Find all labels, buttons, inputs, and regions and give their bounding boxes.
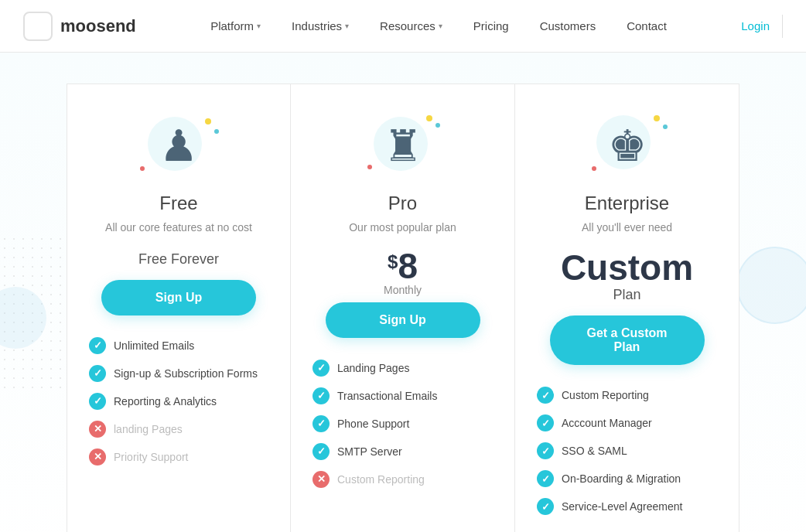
nav-divider xyxy=(782,15,783,38)
logo-icon: 🐮 xyxy=(23,12,53,41)
rook-dot-teal xyxy=(435,123,440,128)
check-icon: ✓ xyxy=(312,387,330,404)
check-icon: ✓ xyxy=(537,470,554,487)
nav-right: Login xyxy=(741,15,783,38)
brand-name: moosend xyxy=(60,16,136,36)
pro-price-area: $8 Monthly xyxy=(384,248,422,296)
list-item: ✓ Phone Support xyxy=(312,415,493,432)
svg-rect-0 xyxy=(27,15,49,37)
list-item: ✓ Landing Pages xyxy=(312,360,493,377)
x-icon: ✕ xyxy=(89,421,106,438)
rook-bg xyxy=(374,117,428,171)
king-dot-yellow xyxy=(654,115,660,121)
list-item: ✓ Service-Level Agreement xyxy=(537,498,717,515)
free-plan-label: Free Forever xyxy=(138,251,219,268)
pro-price: $8 xyxy=(384,248,422,284)
check-icon: ✓ xyxy=(537,442,554,459)
list-item: ✓ Transactional Emails xyxy=(312,387,493,404)
x-icon: ✕ xyxy=(89,448,106,466)
enterprise-custom-sub: Plan xyxy=(561,287,693,303)
list-item: ✓ Unlimited Emails xyxy=(89,337,268,354)
enterprise-plan-name: Enterprise xyxy=(585,193,669,214)
logo-link[interactable]: 🐮 moosend xyxy=(23,12,136,41)
nav-platform[interactable]: Platform ▾ xyxy=(196,13,275,39)
enterprise-price-area: Custom Plan xyxy=(561,248,693,310)
list-item: ✓ On-Boarding & Migration xyxy=(537,470,717,487)
x-icon: ✕ xyxy=(312,471,330,488)
nav-pricing[interactable]: Pricing xyxy=(459,13,523,39)
pawn-dot-yellow xyxy=(205,118,211,124)
free-plan-name: Free xyxy=(159,193,197,214)
deco-circle-left xyxy=(0,287,46,349)
check-icon: ✓ xyxy=(537,498,554,515)
nav-contact[interactable]: Contact xyxy=(613,13,681,39)
pro-features-list: ✓ Landing Pages ✓ Transactional Emails ✓… xyxy=(312,360,493,488)
plan-card-free: ♟ Free All our core features at no cost … xyxy=(67,84,291,532)
free-features-list: ✓ Unlimited Emails ✓ Sign-up & Subscript… xyxy=(89,337,268,466)
enterprise-icon-area: ♚ xyxy=(581,107,674,185)
list-item: ✕ Priority Support xyxy=(89,448,268,466)
navbar: 🐮 moosend Platform ▾ Industries ▾ Resour… xyxy=(0,0,806,53)
check-icon: ✓ xyxy=(89,365,106,382)
enterprise-custom-button[interactable]: Get a Custom Plan xyxy=(550,315,705,365)
industries-arrow: ▾ xyxy=(345,22,349,30)
nav-industries[interactable]: Industries ▾ xyxy=(278,13,363,39)
pro-price-symbol: $ xyxy=(388,253,398,271)
check-icon: ✓ xyxy=(89,393,106,410)
check-icon: ✓ xyxy=(312,415,330,432)
list-item: ✕ Custom Reporting xyxy=(312,471,493,488)
king-dot-red xyxy=(592,166,596,171)
nav-resources[interactable]: Resources ▾ xyxy=(366,13,456,39)
list-item: ✓ Sign-up & Subscription Forms xyxy=(89,365,268,382)
login-link[interactable]: Login xyxy=(741,19,770,32)
pro-signup-button[interactable]: Sign Up xyxy=(326,302,480,338)
list-item: ✓ Acccount Manager xyxy=(537,414,717,431)
enterprise-features-list: ✓ Custom Reporting ✓ Acccount Manager ✓ … xyxy=(537,387,717,515)
pro-plan-tagline: Our most popular plan xyxy=(349,220,456,236)
pawn-bg xyxy=(148,117,202,171)
pawn-dot-red xyxy=(140,166,145,171)
plan-card-pro: ♜ Pro Our most popular plan $8 Monthly S… xyxy=(291,84,515,532)
list-item: ✓ SMTP Server xyxy=(312,443,493,460)
platform-arrow: ▾ xyxy=(257,22,261,30)
check-icon: ✓ xyxy=(312,443,330,460)
list-item: ✓ Custom Reporting xyxy=(537,387,717,404)
free-signup-button[interactable]: Sign Up xyxy=(101,280,256,315)
list-item: ✓ SSO & SAML xyxy=(537,442,717,459)
check-icon: ✓ xyxy=(89,337,106,354)
deco-circle-right xyxy=(736,247,806,324)
list-item: ✓ Reporting & Analytics xyxy=(89,393,268,410)
king-bg xyxy=(596,115,651,169)
king-dot-teal xyxy=(663,124,668,129)
rook-dot-red xyxy=(367,165,372,169)
pawn-dot-teal xyxy=(214,129,219,134)
pro-plan-name: Pro xyxy=(388,193,417,214)
free-icon-area: ♟ xyxy=(132,107,225,185)
free-plan-tagline: All our core features at no cost xyxy=(105,220,252,236)
pro-price-period: Monthly xyxy=(384,284,422,296)
resources-arrow: ▾ xyxy=(439,22,442,30)
enterprise-plan-tagline: All you'll ever need xyxy=(582,220,672,236)
check-icon: ✓ xyxy=(537,414,554,431)
nav-links: Platform ▾ Industries ▾ Resources ▾ Pric… xyxy=(196,13,681,39)
plan-card-enterprise: ♚ Enterprise All you'll ever need Custom… xyxy=(515,84,739,532)
enterprise-custom-label: Custom xyxy=(561,248,693,288)
check-icon: ✓ xyxy=(537,387,554,404)
nav-customers[interactable]: Customers xyxy=(526,13,610,39)
pro-icon-area: ♜ xyxy=(357,107,449,185)
pricing-section: ♟ Free All our core features at no cost … xyxy=(0,53,806,532)
check-icon: ✓ xyxy=(312,360,330,377)
rook-dot-yellow xyxy=(426,115,432,121)
list-item: ✕ landing Pages xyxy=(89,421,268,438)
